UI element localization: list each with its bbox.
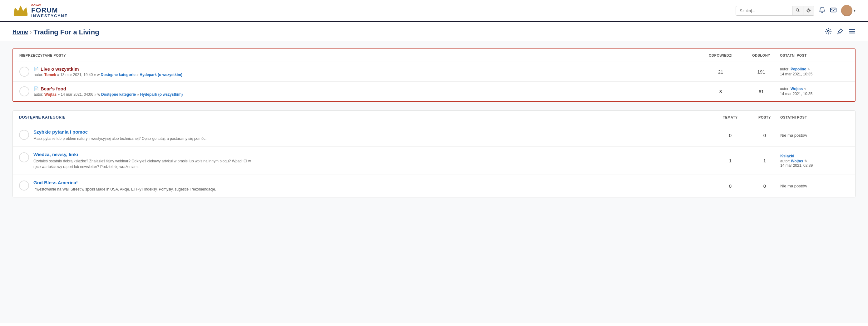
categories-col-topics: TEMATY xyxy=(712,115,749,119)
unread-col-last: OSTATNI POST xyxy=(780,54,849,57)
cat-status-circle xyxy=(19,181,29,191)
unread-col-replies: ODPOWIEDZI xyxy=(699,54,742,57)
search-box xyxy=(736,6,814,16)
category-row: Szybkie pytania i pomoc Masz pytanie lub… xyxy=(13,124,855,147)
last-post-author-line: autor: Wojtas ✎ 14 mar 2021, 02:39 xyxy=(780,159,849,168)
post-views-count: 191 xyxy=(742,69,780,75)
notification-bell-icon[interactable] xyxy=(819,6,826,15)
cat-posts-count: 0 xyxy=(749,183,780,189)
edit-icon: ✎ xyxy=(804,87,806,91)
post-doc-icon: 📄 xyxy=(34,86,39,91)
no-posts-label: Nie ma postów xyxy=(780,184,807,188)
post-author-link[interactable]: Tomek xyxy=(44,73,56,77)
post-category-link[interactable]: Dostępne kategorie xyxy=(101,92,136,97)
cat-last-post: Nie ma postów xyxy=(780,184,849,188)
logo[interactable]: nowe! FORUM INWESTYCYNE xyxy=(12,3,68,18)
last-post-title-link[interactable]: Książki xyxy=(780,154,794,158)
post-info: 📄 Live o wszystkim autor: Tomek » 13 mar… xyxy=(19,66,699,77)
cat-details: Wiedza, newsy, linki Czytałeś ostatnio d… xyxy=(33,152,252,169)
post-title-link[interactable]: Bear's food xyxy=(40,86,66,91)
search-button[interactable] xyxy=(792,6,803,15)
post-subcategory-link[interactable]: Hydepark (o wszystkim) xyxy=(140,92,183,97)
breadcrumb-actions xyxy=(825,28,856,36)
mail-icon[interactable] xyxy=(830,6,837,15)
main-content: NIEPRZECZYTANE POSTY ODPOWIEDZI ODSŁONY … xyxy=(0,41,868,323)
post-views-count: 61 xyxy=(742,89,780,94)
cat-info: Wiedza, newsy, linki Czytałeś ostatnio d… xyxy=(19,152,712,169)
categories-col-posts: POSTY xyxy=(749,115,780,119)
post-icon-title: 📄 Bear's food xyxy=(34,86,183,91)
svg-marker-0 xyxy=(14,6,28,15)
last-post-author-link[interactable]: Wojtas xyxy=(791,159,803,163)
post-last-info: autor: Pepolino ✎ 14 mar 2021, 10:35 xyxy=(780,67,849,76)
header: nowe! FORUM INWESTYCYNE xyxy=(0,0,868,22)
cat-status-circle xyxy=(19,130,29,140)
cat-details: Szybkie pytania i pomoc Masz pytanie lub… xyxy=(33,129,206,141)
svg-rect-4 xyxy=(831,8,836,12)
logo-crown-icon xyxy=(12,3,29,18)
menu-icon[interactable] xyxy=(849,28,856,36)
header-right: ▾ xyxy=(736,5,856,16)
post-details: 📄 Bear's food autor: Wojtas » 14 mar 202… xyxy=(34,86,183,97)
unread-post-row: 📄 Live o wszystkim autor: Tomek » 13 mar… xyxy=(13,62,855,82)
breadcrumb: Home › Trading For a Living xyxy=(12,28,99,36)
post-subcategory-link[interactable]: Hydepark (o wszystkim) xyxy=(140,73,182,77)
post-last-date: 14 mar 2021, 10:35 xyxy=(780,92,849,96)
chevron-down-icon: ▾ xyxy=(854,8,856,13)
unread-col-views: ODSŁONY xyxy=(742,54,780,57)
cat-name-link[interactable]: Szybkie pytania i pomoc xyxy=(33,129,206,135)
cat-posts-count: 0 xyxy=(749,133,780,138)
cat-posts-count: 1 xyxy=(749,158,780,163)
post-details: 📄 Live o wszystkim autor: Tomek » 13 mar… xyxy=(34,66,182,77)
post-author-link[interactable]: Wojtas xyxy=(44,92,57,97)
cat-details: God Bless America! Inwestowanie na Wall … xyxy=(33,180,216,192)
categories-header: DOSTĘPNE KATEGORIE TEMATY POSTY OSTATNI … xyxy=(13,111,855,124)
post-status-circle xyxy=(19,86,29,97)
post-status-circle xyxy=(19,66,29,77)
cat-name-link[interactable]: Wiedza, newsy, linki xyxy=(33,152,252,157)
logo-forum: FORUM xyxy=(31,7,68,14)
breadcrumb-separator: › xyxy=(30,29,32,35)
unread-section-label: NIEPRZECZYTANE POSTY xyxy=(19,54,699,57)
settings-gear-icon[interactable] xyxy=(825,28,832,36)
cat-name-link[interactable]: God Bless America! xyxy=(33,180,216,185)
unread-post-row: 📄 Bear's food autor: Wojtas » 14 mar 202… xyxy=(13,82,855,101)
edit-icon: ✎ xyxy=(807,67,810,71)
search-settings-button[interactable] xyxy=(803,6,814,15)
post-meta: autor: Wojtas » 14 mar 2021, 04:06 » w D… xyxy=(34,92,183,97)
post-icon-title: 📄 Live o wszystkim xyxy=(34,66,182,72)
categories-col-last: OSTATNI POST xyxy=(780,115,849,119)
breadcrumb-home-link[interactable]: Home xyxy=(12,29,28,35)
category-row: God Bless America! Inwestowanie na Wall … xyxy=(13,175,855,197)
hammer-icon[interactable] xyxy=(837,28,844,36)
unread-header: NIEPRZECZYTANE POSTY ODPOWIEDZI ODSŁONY … xyxy=(13,49,855,62)
no-posts-label: Nie ma postów xyxy=(780,133,807,138)
categories-section-label: DOSTĘPNE KATEGORIE xyxy=(19,115,712,119)
cat-topics-count: 0 xyxy=(712,133,749,138)
post-info: 📄 Bear's food autor: Wojtas » 14 mar 202… xyxy=(19,86,699,97)
post-last-author-link[interactable]: Pepolino xyxy=(790,67,806,71)
post-last-date: 14 mar 2021, 10:35 xyxy=(780,72,849,76)
post-doc-icon: 📄 xyxy=(34,66,39,71)
unread-section: NIEPRZECZYTANE POSTY ODPOWIEDZI ODSŁONY … xyxy=(12,49,856,102)
user-avatar-area[interactable]: ▾ xyxy=(841,5,856,16)
svg-rect-1 xyxy=(14,14,28,16)
cat-description: Czytałeś ostatnio dobrą książkę? Znalazł… xyxy=(33,158,252,169)
post-title-link[interactable]: Live o wszystkim xyxy=(40,66,79,72)
post-replies-count: 3 xyxy=(699,89,742,94)
logo-text: nowe! FORUM INWESTYCYNE xyxy=(31,3,68,18)
category-row: Wiedza, newsy, linki Czytałeś ostatnio d… xyxy=(13,147,855,175)
cat-info: God Bless America! Inwestowanie na Wall … xyxy=(19,180,712,192)
cat-status-circle xyxy=(19,152,29,162)
post-category-link[interactable]: Dostępne kategorie xyxy=(101,73,135,77)
avatar xyxy=(841,5,852,16)
cat-topics-count: 1 xyxy=(712,158,749,163)
cat-last-post: Książki autor: Wojtas ✎ 14 mar 2021, 02:… xyxy=(780,154,849,168)
search-input[interactable] xyxy=(736,6,792,15)
last-post-date: 14 mar 2021, 02:39 xyxy=(780,163,813,168)
cat-last-post: Nie ma postów xyxy=(780,133,849,138)
post-last-author-link[interactable]: Wojtas xyxy=(790,87,803,91)
categories-section: DOSTĘPNE KATEGORIE TEMATY POSTY OSTATNI … xyxy=(12,110,856,197)
breadcrumb-current: Trading For a Living xyxy=(33,28,99,36)
breadcrumb-bar: Home › Trading For a Living xyxy=(0,22,868,41)
